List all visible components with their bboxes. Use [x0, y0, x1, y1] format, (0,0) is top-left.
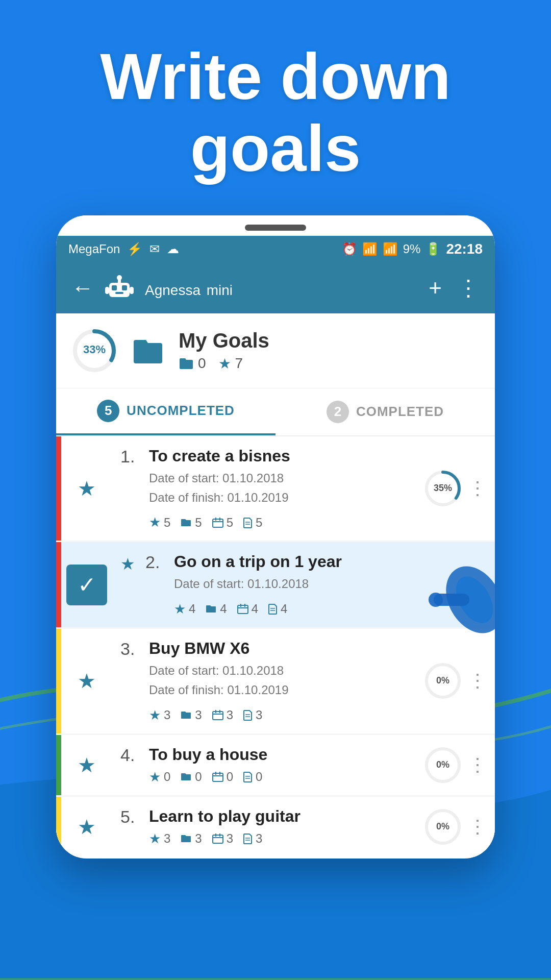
goal-content[interactable]: 1. To create a bisnes Date of start: 01.…: [112, 436, 414, 541]
svg-rect-7: [105, 287, 109, 294]
stat-folder-icon: [181, 518, 192, 527]
goal-item: ★ 4. To buy a house ★0 0: [56, 735, 495, 795]
folder-icon-large: [132, 337, 164, 364]
stat-star: ★4: [174, 601, 195, 617]
goal-title: Go on a trip on 1 year: [174, 552, 487, 571]
app-bar-title: Agnessa mini: [145, 276, 418, 300]
goal-progress-circle: 0%: [422, 660, 463, 701]
goal-star-area: ★: [61, 797, 112, 857]
battery-icon: 🔋: [425, 242, 441, 256]
goal-dates: Date of start: 01.10.2018: [174, 574, 487, 594]
stat-doc-icon: [243, 517, 253, 528]
status-bar: MegaFon ⚡ ✉ ☁ ⏰ 📶 📶 9% 🔋 22:18: [56, 236, 495, 262]
svg-text:33%: 33%: [83, 343, 106, 356]
goal-number-row: 1. To create a bisnes Date of start: 01.…: [120, 447, 406, 531]
svg-text:0%: 0%: [436, 675, 449, 685]
goal-number-row: 5. Learn to play guitar ★3 3: [120, 807, 406, 847]
stripe-green: [56, 735, 61, 795]
stat-doc: 0: [243, 769, 262, 785]
goal-number: 1.: [120, 447, 143, 467]
phone-speaker: [56, 215, 495, 236]
goal-more-button[interactable]: ⋮: [468, 754, 487, 776]
stripe-yellow: [56, 797, 61, 857]
app-bar: ← Agnessa mini + ⋮: [56, 262, 495, 313]
carrier-text: MegaFon: [68, 242, 120, 256]
goal-content[interactable]: ★ 2. Go on a trip on 1 year Date of star…: [112, 542, 495, 627]
svg-text:35%: 35%: [434, 483, 452, 493]
goal-star-area: ★: [61, 436, 112, 541]
svg-rect-12: [213, 519, 223, 527]
svg-text:0%: 0%: [436, 760, 449, 770]
goal-check-area: ✓: [61, 542, 112, 627]
stripe-red: [56, 542, 61, 627]
goal-content[interactable]: 3. Buy BMW X6 Date of start: 01.10.2018D…: [112, 629, 414, 733]
goals-info: My Goals 0 ★ 7: [179, 329, 269, 372]
goal-stats: ★3 3 3: [149, 707, 406, 723]
goal-list: ★ 1. To create a bisnes Date of start: 0…: [56, 436, 495, 857]
back-button[interactable]: ←: [71, 275, 94, 301]
goal-number-row: 3. Buy BMW X6 Date of start: 01.10.2018D…: [120, 639, 406, 723]
stat-star: ★3: [149, 707, 170, 723]
stat-doc-icon: [268, 603, 278, 615]
goal-title: To buy a house: [149, 745, 406, 764]
signal-icon: 📶: [383, 242, 398, 256]
completed-badge: 2: [327, 401, 349, 423]
stat-doc-icon: [243, 833, 253, 844]
stat-folder: 3: [181, 707, 202, 723]
goal-more-button[interactable]: ⋮: [468, 816, 487, 838]
goal-number-row: 4. To buy a house ★0 0: [120, 745, 406, 785]
goal-right: 0% ⋮: [414, 735, 495, 795]
goal-item: ★ 5. Learn to play guitar ★3 3: [56, 797, 495, 857]
svg-rect-47: [213, 835, 223, 843]
goal-title: Learn to play guitar: [149, 807, 406, 826]
stat-doc: 3: [243, 831, 262, 847]
uncompleted-label: UNCOMPLETED: [127, 403, 235, 419]
svg-rect-39: [213, 773, 223, 781]
goal-content[interactable]: 4. To buy a house ★0 0: [112, 735, 414, 795]
email-icon: ✉: [149, 242, 160, 256]
goal-stats: ★3 3 3: [149, 831, 406, 847]
stat-star: ★5: [149, 514, 170, 530]
stat-folder-icon: [181, 834, 192, 843]
tabs: 5 UNCOMPLETED 2 COMPLETED: [56, 388, 495, 436]
stat-folder: 4: [206, 601, 227, 617]
goal-details: To buy a house ★0 0: [149, 745, 406, 785]
star-icon: ★: [120, 554, 135, 574]
stat-folder: 0: [181, 769, 202, 785]
stat-doc: 3: [243, 707, 262, 723]
stat-calendar-icon: [212, 833, 223, 844]
completed-label: COMPLETED: [356, 404, 444, 420]
stripe-red: [56, 436, 61, 541]
folder-small-icon: [179, 357, 194, 370]
folder-count: 0: [179, 355, 206, 372]
add-button[interactable]: +: [429, 275, 442, 301]
goal-dates: Date of start: 01.10.2018Date of finish:…: [149, 469, 406, 508]
goal-item: ★ 1. To create a bisnes Date of start: 0…: [56, 436, 495, 541]
stat-doc: 4: [268, 601, 287, 617]
battery-text: 9%: [403, 242, 421, 256]
stat-folder: 3: [181, 831, 202, 847]
goal-more-button[interactable]: ⋮: [468, 670, 487, 692]
goal-content[interactable]: 5. Learn to play guitar ★3 3: [112, 797, 414, 857]
svg-point-6: [117, 275, 122, 280]
tab-uncompleted[interactable]: 5 UNCOMPLETED: [56, 388, 276, 435]
goal-right: 0% ⋮: [414, 797, 495, 857]
goal-more-button[interactable]: ⋮: [468, 478, 487, 499]
tab-completed[interactable]: 2 COMPLETED: [276, 388, 495, 435]
stat-calendar-icon: [212, 709, 223, 721]
more-options-button[interactable]: ⋮: [457, 275, 480, 301]
phone-mockup: MegaFon ⚡ ✉ ☁ ⏰ 📶 📶 9% 🔋 22:18 ←: [56, 215, 495, 859]
goal-details: Go on a trip on 1 year Date of start: 01…: [174, 552, 487, 617]
svg-rect-4: [115, 292, 123, 294]
goal-details: Learn to play guitar ★3 3: [149, 807, 406, 847]
hero-section: Write down goals: [0, 0, 551, 215]
star-icon: ★: [78, 753, 96, 777]
stat-doc-icon: [243, 709, 253, 721]
usb-icon: ⚡: [127, 242, 142, 256]
goal-right: 0% ⋮: [414, 629, 495, 733]
stat-calendar-icon: [237, 603, 248, 615]
stat-folder: 5: [181, 514, 202, 530]
goals-meta: 0 ★ 7: [179, 355, 269, 372]
goal-details: To create a bisnes Date of start: 01.10.…: [149, 447, 406, 531]
goal-right: 35% ⋮: [414, 436, 495, 541]
